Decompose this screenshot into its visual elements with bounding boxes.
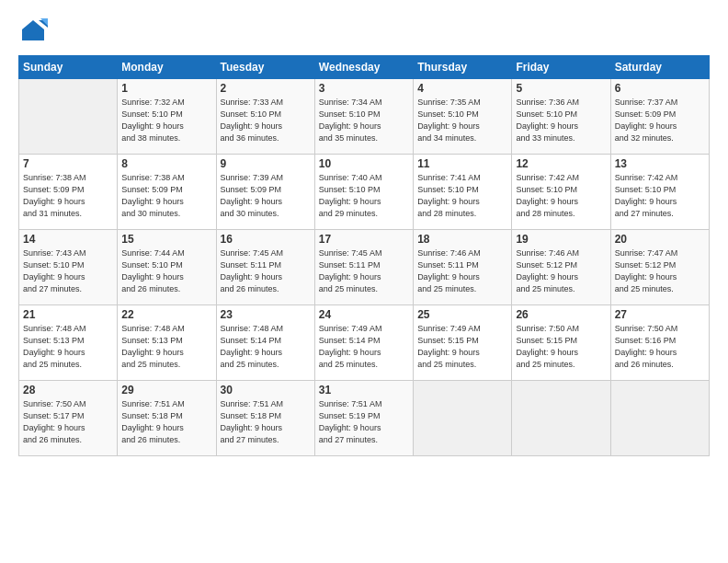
day-number: 29	[121, 384, 211, 396]
day-number: 5	[516, 82, 606, 95]
calendar-cell: 3Sunrise: 7:34 AM Sunset: 5:10 PM Daylig…	[314, 79, 413, 155]
calendar-cell: 6Sunrise: 7:37 AM Sunset: 5:09 PM Daylig…	[610, 79, 709, 155]
calendar-cell: 16Sunrise: 7:45 AM Sunset: 5:11 PM Dayli…	[216, 230, 314, 305]
day-number: 31	[319, 384, 409, 396]
header-day: Wednesday	[314, 56, 413, 79]
logo-icon	[18, 17, 48, 46]
day-number: 6	[615, 82, 705, 95]
calendar-cell: 14Sunrise: 7:43 AM Sunset: 5:10 PM Dayli…	[19, 230, 118, 305]
day-info: Sunrise: 7:36 AM Sunset: 5:10 PM Dayligh…	[516, 97, 606, 144]
calendar-cell: 27Sunrise: 7:50 AM Sunset: 5:16 PM Dayli…	[610, 305, 709, 381]
day-number: 30	[221, 384, 311, 396]
calendar-cell: 15Sunrise: 7:44 AM Sunset: 5:10 PM Dayli…	[118, 230, 216, 305]
day-info: Sunrise: 7:35 AM Sunset: 5:10 PM Dayligh…	[417, 97, 507, 144]
day-info: Sunrise: 7:51 AM Sunset: 5:18 PM Dayligh…	[121, 398, 211, 446]
day-number: 25	[417, 308, 507, 321]
day-number: 7	[23, 157, 113, 170]
calendar-cell: 26Sunrise: 7:50 AM Sunset: 5:15 PM Dayli…	[512, 305, 610, 381]
header-day: Tuesday	[216, 56, 314, 79]
day-info: Sunrise: 7:33 AM Sunset: 5:10 PM Dayligh…	[221, 97, 311, 144]
day-info: Sunrise: 7:42 AM Sunset: 5:10 PM Dayligh…	[516, 172, 606, 220]
day-info: Sunrise: 7:50 AM Sunset: 5:15 PM Dayligh…	[516, 323, 606, 371]
calendar-table: SundayMondayTuesdayWednesdayThursdayFrid…	[18, 55, 710, 456]
calendar-cell	[19, 79, 118, 155]
calendar-cell: 1Sunrise: 7:32 AM Sunset: 5:10 PM Daylig…	[118, 79, 216, 155]
day-info: Sunrise: 7:40 AM Sunset: 5:10 PM Dayligh…	[319, 172, 409, 220]
day-info: Sunrise: 7:51 AM Sunset: 5:19 PM Dayligh…	[319, 398, 409, 446]
day-info: Sunrise: 7:45 AM Sunset: 5:11 PM Dayligh…	[319, 247, 409, 295]
day-number: 13	[615, 157, 705, 170]
day-info: Sunrise: 7:47 AM Sunset: 5:12 PM Dayligh…	[615, 247, 705, 295]
day-number: 3	[319, 82, 409, 95]
day-info: Sunrise: 7:38 AM Sunset: 5:09 PM Dayligh…	[23, 172, 113, 220]
header-day: Saturday	[610, 56, 709, 79]
calendar-cell: 12Sunrise: 7:42 AM Sunset: 5:10 PM Dayli…	[512, 155, 610, 230]
day-number: 23	[221, 308, 311, 321]
calendar-cell: 4Sunrise: 7:35 AM Sunset: 5:10 PM Daylig…	[414, 79, 512, 155]
day-number: 4	[417, 82, 507, 95]
day-number: 8	[121, 157, 211, 170]
day-info: Sunrise: 7:46 AM Sunset: 5:12 PM Dayligh…	[516, 247, 606, 295]
calendar-cell: 31Sunrise: 7:51 AM Sunset: 5:19 PM Dayli…	[314, 381, 413, 456]
day-info: Sunrise: 7:38 AM Sunset: 5:09 PM Dayligh…	[121, 172, 211, 220]
day-number: 10	[319, 157, 409, 170]
day-info: Sunrise: 7:37 AM Sunset: 5:09 PM Dayligh…	[615, 97, 705, 144]
page: SundayMondayTuesdayWednesdayThursdayFrid…	[0, 0, 728, 563]
day-info: Sunrise: 7:49 AM Sunset: 5:15 PM Dayligh…	[417, 323, 507, 371]
calendar-cell: 13Sunrise: 7:42 AM Sunset: 5:10 PM Dayli…	[610, 155, 709, 230]
day-number: 11	[417, 157, 507, 170]
calendar-week-row: 14Sunrise: 7:43 AM Sunset: 5:10 PM Dayli…	[19, 230, 710, 305]
day-number: 18	[417, 233, 507, 246]
calendar-week-row: 28Sunrise: 7:50 AM Sunset: 5:17 PM Dayli…	[19, 381, 710, 456]
calendar-cell: 22Sunrise: 7:48 AM Sunset: 5:13 PM Dayli…	[118, 305, 216, 381]
logo	[18, 17, 51, 46]
calendar-cell: 11Sunrise: 7:41 AM Sunset: 5:10 PM Dayli…	[414, 155, 512, 230]
day-info: Sunrise: 7:39 AM Sunset: 5:09 PM Dayligh…	[221, 172, 311, 220]
day-number: 16	[221, 233, 311, 246]
day-info: Sunrise: 7:50 AM Sunset: 5:17 PM Dayligh…	[23, 398, 113, 446]
day-number: 2	[221, 82, 311, 95]
day-number: 24	[319, 308, 409, 321]
day-info: Sunrise: 7:49 AM Sunset: 5:14 PM Dayligh…	[319, 323, 409, 371]
day-number: 15	[121, 233, 211, 246]
calendar-cell: 19Sunrise: 7:46 AM Sunset: 5:12 PM Dayli…	[512, 230, 610, 305]
day-info: Sunrise: 7:41 AM Sunset: 5:10 PM Dayligh…	[417, 172, 507, 220]
calendar-cell: 8Sunrise: 7:38 AM Sunset: 5:09 PM Daylig…	[118, 155, 216, 230]
calendar-cell: 7Sunrise: 7:38 AM Sunset: 5:09 PM Daylig…	[19, 155, 118, 230]
calendar-cell: 30Sunrise: 7:51 AM Sunset: 5:18 PM Dayli…	[216, 381, 314, 456]
day-info: Sunrise: 7:48 AM Sunset: 5:14 PM Dayligh…	[221, 323, 311, 371]
calendar-week-row: 21Sunrise: 7:48 AM Sunset: 5:13 PM Dayli…	[19, 305, 710, 381]
calendar-cell: 17Sunrise: 7:45 AM Sunset: 5:11 PM Dayli…	[314, 230, 413, 305]
header	[18, 17, 710, 46]
calendar-week-row: 7Sunrise: 7:38 AM Sunset: 5:09 PM Daylig…	[19, 155, 710, 230]
header-day: Monday	[118, 56, 216, 79]
svg-marker-0	[22, 20, 44, 40]
day-info: Sunrise: 7:42 AM Sunset: 5:10 PM Dayligh…	[615, 172, 705, 220]
day-info: Sunrise: 7:48 AM Sunset: 5:13 PM Dayligh…	[23, 323, 113, 371]
day-number: 22	[121, 308, 211, 321]
calendar-cell: 18Sunrise: 7:46 AM Sunset: 5:11 PM Dayli…	[414, 230, 512, 305]
calendar-cell: 25Sunrise: 7:49 AM Sunset: 5:15 PM Dayli…	[414, 305, 512, 381]
day-number: 19	[516, 233, 606, 246]
calendar-cell: 10Sunrise: 7:40 AM Sunset: 5:10 PM Dayli…	[314, 155, 413, 230]
header-row: SundayMondayTuesdayWednesdayThursdayFrid…	[19, 56, 710, 79]
header-day: Thursday	[414, 56, 512, 79]
day-info: Sunrise: 7:32 AM Sunset: 5:10 PM Dayligh…	[121, 97, 211, 144]
day-info: Sunrise: 7:51 AM Sunset: 5:18 PM Dayligh…	[221, 398, 311, 446]
calendar-cell: 20Sunrise: 7:47 AM Sunset: 5:12 PM Dayli…	[610, 230, 709, 305]
calendar-cell	[512, 381, 610, 456]
day-number: 28	[23, 384, 113, 396]
day-number: 14	[23, 233, 113, 246]
day-info: Sunrise: 7:34 AM Sunset: 5:10 PM Dayligh…	[319, 97, 409, 144]
day-info: Sunrise: 7:43 AM Sunset: 5:10 PM Dayligh…	[23, 247, 113, 295]
day-number: 20	[615, 233, 705, 246]
calendar-cell: 5Sunrise: 7:36 AM Sunset: 5:10 PM Daylig…	[512, 79, 610, 155]
header-day: Sunday	[19, 56, 118, 79]
day-info: Sunrise: 7:50 AM Sunset: 5:16 PM Dayligh…	[615, 323, 705, 371]
day-number: 12	[516, 157, 606, 170]
calendar-cell: 28Sunrise: 7:50 AM Sunset: 5:17 PM Dayli…	[19, 381, 118, 456]
day-info: Sunrise: 7:44 AM Sunset: 5:10 PM Dayligh…	[121, 247, 211, 295]
calendar-cell: 9Sunrise: 7:39 AM Sunset: 5:09 PM Daylig…	[216, 155, 314, 230]
day-number: 26	[516, 308, 606, 321]
day-number: 27	[615, 308, 705, 321]
